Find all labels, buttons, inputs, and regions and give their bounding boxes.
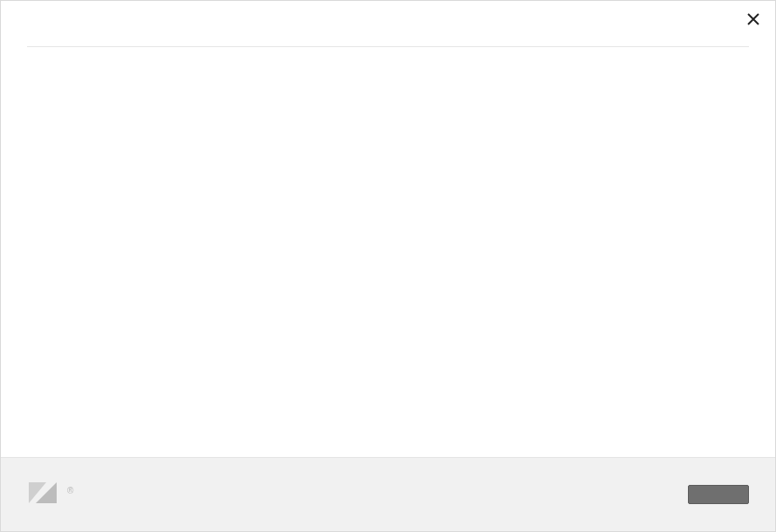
footer: ® [1,457,775,531]
content-area [1,1,775,457]
close-button[interactable] [747,13,759,29]
next-button[interactable] [688,485,749,504]
installer-window: ® [0,0,776,532]
devexpress-logo-text: ® [67,481,73,508]
close-icon [747,13,759,28]
devexpress-logo: ® [27,477,73,512]
divider-top [27,46,749,47]
devexpress-logo-icon [27,477,58,512]
